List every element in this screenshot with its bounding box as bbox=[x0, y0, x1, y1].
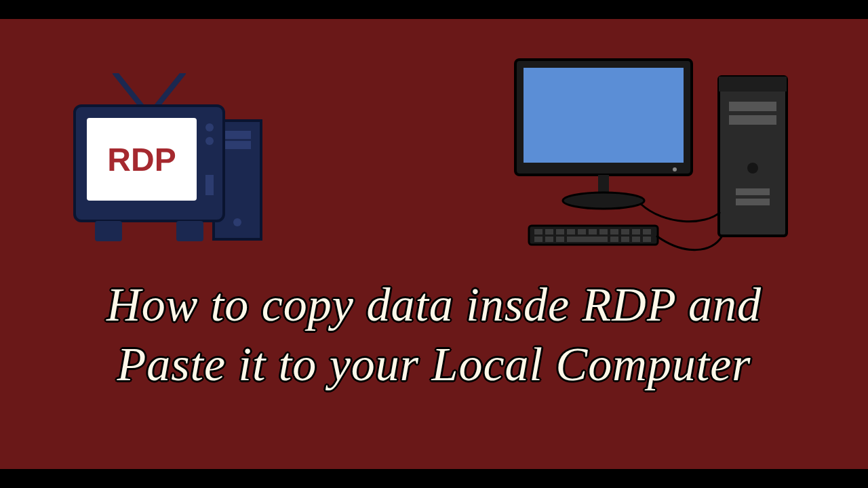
svg-rect-40 bbox=[556, 237, 564, 242]
svg-rect-19 bbox=[736, 188, 770, 195]
rdp-tv-icon: RDP bbox=[68, 73, 271, 256]
svg-rect-33 bbox=[599, 229, 608, 235]
svg-rect-27 bbox=[534, 229, 542, 235]
svg-rect-30 bbox=[567, 229, 575, 235]
svg-point-25 bbox=[563, 192, 644, 209]
svg-point-18 bbox=[747, 163, 758, 174]
svg-line-4 bbox=[115, 73, 142, 107]
svg-rect-45 bbox=[643, 237, 651, 242]
svg-rect-31 bbox=[578, 229, 586, 235]
title-line-1: How to copy data insde RDP and bbox=[106, 279, 762, 331]
title-line-2: Paste it to your Local Computer bbox=[117, 338, 751, 390]
svg-point-9 bbox=[205, 123, 214, 131]
svg-rect-37 bbox=[643, 229, 651, 235]
svg-rect-20 bbox=[736, 199, 770, 205]
svg-rect-22 bbox=[524, 68, 684, 163]
svg-rect-16 bbox=[729, 102, 776, 111]
svg-line-5 bbox=[156, 73, 183, 107]
svg-rect-1 bbox=[224, 131, 251, 139]
svg-rect-14 bbox=[719, 77, 787, 236]
svg-rect-2 bbox=[224, 141, 251, 149]
svg-rect-43 bbox=[621, 237, 629, 242]
svg-rect-34 bbox=[610, 229, 618, 235]
svg-rect-28 bbox=[545, 229, 553, 235]
svg-rect-42 bbox=[610, 237, 618, 242]
rdp-screen-label: RDP bbox=[107, 142, 176, 178]
thumbnail-frame: RDP bbox=[0, 0, 868, 488]
svg-rect-11 bbox=[205, 175, 214, 195]
svg-rect-17 bbox=[729, 115, 776, 125]
desktop-computer-icon bbox=[502, 53, 793, 256]
svg-rect-12 bbox=[95, 221, 122, 241]
svg-rect-39 bbox=[545, 237, 553, 242]
svg-point-23 bbox=[673, 167, 677, 171]
illustration-row: RDP bbox=[0, 39, 868, 256]
title-block: How to copy data insde RDP and Paste it … bbox=[0, 275, 868, 394]
svg-rect-38 bbox=[534, 237, 542, 242]
svg-rect-35 bbox=[621, 229, 629, 235]
svg-rect-29 bbox=[556, 229, 564, 235]
svg-rect-41 bbox=[567, 237, 608, 242]
svg-rect-36 bbox=[632, 229, 640, 235]
svg-rect-32 bbox=[589, 229, 597, 235]
svg-rect-13 bbox=[176, 221, 203, 241]
title-text: How to copy data insde RDP and Paste it … bbox=[14, 275, 854, 394]
svg-rect-44 bbox=[632, 237, 640, 242]
svg-point-10 bbox=[205, 137, 214, 145]
svg-point-3 bbox=[233, 218, 241, 226]
svg-rect-15 bbox=[719, 77, 787, 92]
